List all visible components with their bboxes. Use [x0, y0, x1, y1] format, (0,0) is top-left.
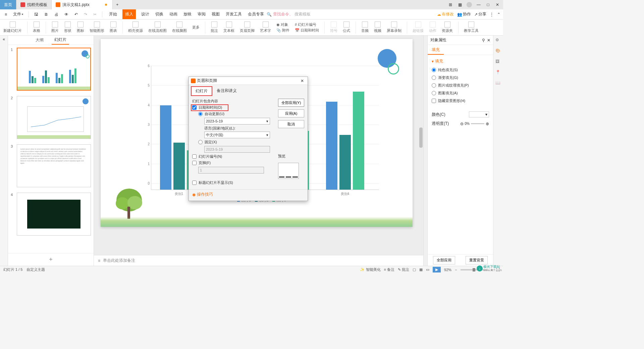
notes-button[interactable]: ≡ 备注 [384, 267, 394, 272]
slide-thumb-1[interactable] [17, 48, 91, 91]
home-tab[interactable]: 首页 [0, 0, 16, 9]
wordart-button[interactable]: 艺术字 [260, 21, 271, 33]
teaching-tools-button[interactable]: 教学工具 [464, 21, 479, 33]
close-panel-icon[interactable]: ✕ [487, 38, 490, 43]
fixed-radio[interactable]: 固定(X) [198, 140, 275, 145]
reset-bg-button[interactable]: 重置背景 [466, 256, 488, 264]
image-button[interactable]: 图片 [51, 21, 59, 33]
date-time-button[interactable]: 📅 日期和时间 [295, 28, 319, 33]
file-menu[interactable]: 文件▾ [11, 10, 25, 18]
play-button[interactable]: ▶ [433, 267, 441, 272]
slide-number-checkbox[interactable]: 幻灯片编号(N) [192, 154, 275, 159]
tab-slideshow[interactable]: 放映 [183, 9, 192, 19]
dialog-close-button[interactable]: ✕ [299, 79, 306, 83]
dialog-tab-slide[interactable]: 幻灯片 [191, 86, 212, 96]
hamburger-icon[interactable]: ≡ [3, 11, 9, 18]
more-icon[interactable]: ⋮ [490, 12, 494, 17]
footer-checkbox[interactable]: 页脚(F) [192, 160, 275, 165]
screen-record-button[interactable]: 屏幕录制 [387, 21, 401, 33]
style-icon[interactable]: 🎨 [495, 48, 501, 54]
cut-icon[interactable]: ✂ [91, 11, 99, 18]
tab-review[interactable]: 审阅 [197, 9, 206, 19]
dialog-tab-notes[interactable]: 备注和讲义 [212, 86, 241, 96]
fill-section[interactable]: ▾ 填充 [432, 58, 489, 64]
template-tab[interactable]: 找稻壳模板 [16, 0, 52, 9]
datetime-checkbox[interactable]: 日期和时间(D) [192, 105, 275, 110]
tips-link[interactable]: 操作技巧 [197, 192, 213, 197]
slide-thumb-4[interactable] [17, 193, 91, 236]
apply-all-button[interactable]: 全部应用(Y) [278, 99, 304, 107]
theme-name[interactable]: 自定义主题 [26, 267, 45, 272]
book-icon[interactable]: 📖 [495, 81, 501, 87]
zoom-out-icon[interactable]: − [455, 268, 457, 272]
fill-picture[interactable]: 图片或纹理填充(P) [432, 83, 489, 88]
slide-thumb-2[interactable] [17, 96, 91, 139]
tab-view[interactable]: 视图 [211, 9, 220, 19]
add-slide-button[interactable]: + [8, 253, 94, 266]
opacity-slider[interactable] [471, 123, 484, 124]
collapse-left-icon[interactable]: « [0, 36, 8, 266]
language-select[interactable]: 中文(中国)▾ [204, 132, 270, 138]
docer-button[interactable]: 稻壳资源 [128, 21, 143, 33]
command-search[interactable]: 🔍 查找命令、搜索模板 [267, 11, 311, 17]
collapse-ribbon-icon[interactable]: ⌃ [497, 12, 500, 17]
tab-insert[interactable]: 插入 [122, 9, 136, 19]
view-reading-icon[interactable]: ▭ [426, 267, 429, 272]
action-button[interactable]: 动作 [429, 21, 436, 33]
minimize-button[interactable]: — [474, 1, 483, 8]
print-preview-icon[interactable]: 👁 [62, 11, 70, 18]
fill-pattern[interactable]: 图案填充(A) [432, 91, 489, 96]
hide-bg[interactable]: 隐藏背景图形(H) [432, 98, 489, 103]
document-tab[interactable]: 演示文稿1.pptx [52, 0, 113, 9]
comments-button[interactable]: ✎ 批注 [398, 267, 409, 272]
location-icon[interactable]: 📍 [495, 70, 501, 76]
more-button[interactable]: 更多 [192, 25, 200, 30]
auto-update-radio[interactable]: 自动更新(U) [198, 111, 275, 116]
hide-title-checkbox[interactable]: 标题幻灯片不显示(S) [192, 180, 275, 185]
icon-button[interactable]: 图标 [77, 21, 84, 33]
fill-gradient[interactable]: 渐变填充(G) [432, 75, 489, 80]
thumbnail-list[interactable]: 1 2 [8, 45, 94, 253]
share-button[interactable]: ↗分享 [474, 11, 486, 17]
user-avatar[interactable] [465, 1, 474, 8]
collab-button[interactable]: 👥协作 [457, 11, 471, 17]
chart-button[interactable]: 图表 [110, 21, 117, 33]
undo-icon[interactable]: ↶ [72, 11, 80, 18]
save-icon[interactable]: 🖫 [32, 11, 40, 18]
shape-button[interactable]: 形状 [64, 21, 71, 33]
comment-button[interactable]: 批注 [211, 21, 218, 33]
beautify-button[interactable]: ✨ 智能美化 [360, 267, 380, 272]
opacity-minus[interactable]: ⊖ [460, 121, 464, 126]
mindmap-button[interactable]: 在线脑图 [172, 21, 187, 33]
slide-number-button[interactable]: # 幻灯片编号 [295, 22, 319, 27]
close-button[interactable]: ✕ [493, 1, 502, 8]
apps-icon[interactable]: ▦ [455, 1, 464, 8]
new-slide-button[interactable]: 新建幻灯片 [3, 21, 22, 33]
opacity-plus[interactable]: ⊕ [486, 121, 489, 126]
textbox-button[interactable]: 文本框 [223, 21, 234, 33]
print-icon[interactable]: 🖨 [52, 11, 60, 18]
table-button[interactable]: 表格 [33, 21, 40, 33]
pin-icon[interactable]: ⚲ [482, 38, 485, 43]
tab-developer[interactable]: 开发工具 [225, 9, 243, 19]
apply-button[interactable]: 应用(A) [278, 109, 304, 117]
slide-thumb-3[interactable]: Lorem ipsum dolor sit amet consectetur a… [17, 144, 91, 187]
flowchart-button[interactable]: 在线流程图 [148, 21, 167, 33]
tab-member[interactable]: 会员专享 [247, 9, 265, 19]
resource-button[interactable]: 资源夹 [442, 21, 453, 33]
symbol-button[interactable]: 符号 [330, 21, 337, 33]
settings-icon[interactable]: ⚙ [495, 38, 501, 44]
color-picker[interactable]: ▾ [469, 111, 489, 117]
view-normal-icon[interactable]: ▢ [413, 267, 416, 272]
hyperlink-button[interactable]: 超链接 [413, 21, 424, 33]
cancel-button[interactable]: 取消 [278, 120, 304, 128]
redo-icon[interactable]: ↷ [82, 11, 89, 18]
slides-tab[interactable]: 幻灯片 [52, 36, 69, 45]
attachment-button[interactable]: 📎 附件 [276, 28, 289, 33]
fill-tab[interactable]: 填充 [428, 45, 444, 55]
layout-icon[interactable]: ⊞ [446, 1, 455, 8]
equation-button[interactable]: 公式 [343, 21, 350, 33]
prop-sidebar-handle[interactable] [423, 36, 427, 266]
audio-button[interactable]: 音频 [361, 21, 369, 33]
outline-tab[interactable]: 大纲 [33, 36, 46, 44]
